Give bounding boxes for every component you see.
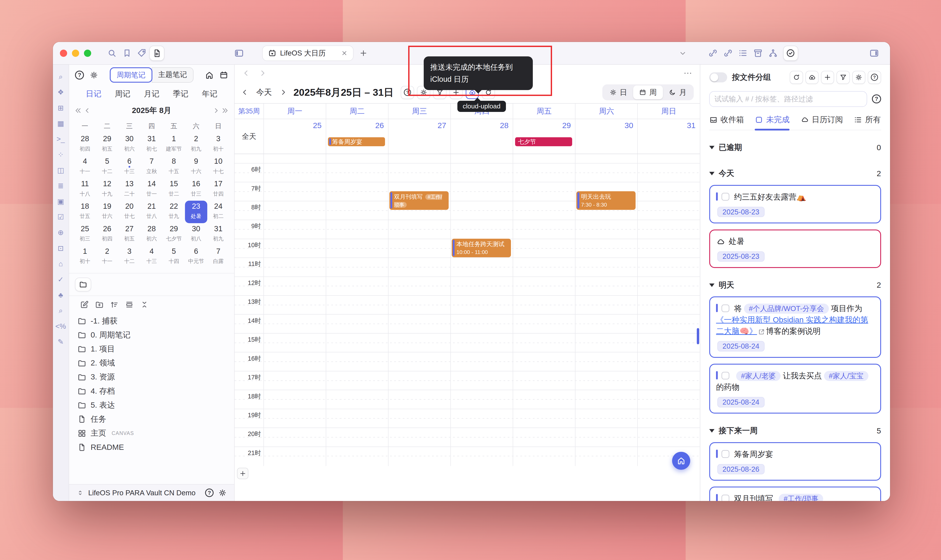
tasks-icon[interactable]: ☑: [54, 210, 68, 225]
mini-calendar-day[interactable]: 30 初六: [118, 133, 140, 155]
section-next-week[interactable]: 接下来一周 5: [709, 426, 881, 436]
mini-calendar-day[interactable]: 26 初四: [96, 223, 118, 246]
task-filter-input[interactable]: [709, 91, 867, 107]
prev-week-icon[interactable]: [241, 88, 249, 96]
mini-calendar-day[interactable]: 14 廿一: [140, 178, 163, 201]
mini-calendar-day[interactable]: 13 二十: [118, 178, 140, 201]
mini-calendar-day[interactable]: 3 初十: [207, 133, 229, 155]
section-today[interactable]: 今天 2: [709, 168, 881, 179]
weekday-friday[interactable]: 周五: [513, 104, 575, 119]
mini-calendar-day[interactable]: 7 白露: [207, 246, 229, 268]
new-tab-button[interactable]: [356, 46, 371, 61]
mini-calendar-day[interactable]: 23 处暑: [185, 201, 207, 223]
home-icon[interactable]: ⌂: [54, 257, 68, 271]
time-row[interactable]: 6时: [235, 163, 700, 182]
add-task-button[interactable]: [821, 71, 834, 84]
bookmark-button[interactable]: [119, 46, 134, 61]
cloud-upload-button[interactable]: [805, 71, 819, 84]
more-icon[interactable]: [683, 68, 693, 78]
daily-calendar-icon[interactable]: ▦: [54, 116, 68, 131]
gear-icon[interactable]: [89, 71, 99, 80]
task-card-medicine[interactable]: #家人/老婆 让我去买点 #家人/宝宝 的药物 2025-08-24: [709, 364, 881, 414]
tab-inbox[interactable]: 收件箱: [709, 115, 744, 130]
close-window-button[interactable]: [60, 49, 67, 57]
random-note-icon[interactable]: ⁘: [54, 148, 68, 162]
file-explorer-tab-button[interactable]: [75, 278, 91, 291]
help-icon[interactable]: ?: [872, 94, 881, 103]
segment-topic-notes[interactable]: 主题笔记: [152, 67, 194, 82]
minimize-window-button[interactable]: [72, 49, 79, 57]
unfold-icon[interactable]: [125, 300, 134, 309]
time-row[interactable]: 17时: [235, 371, 700, 390]
tag-chip[interactable]: #工作/琐事: [779, 494, 823, 501]
templater-icon[interactable]: <%: [54, 319, 68, 334]
task-checkbox[interactable]: [721, 495, 729, 501]
all-day-cell[interactable]: 25: [263, 119, 326, 154]
layout-icon[interactable]: ◫: [54, 163, 68, 178]
mini-calendar-day[interactable]: 5 十二: [96, 155, 118, 178]
task-checkbox[interactable]: [721, 193, 729, 201]
mini-calendar-day[interactable]: 15 廿二: [163, 178, 185, 201]
mini-calendar-day[interactable]: 20 廿七: [118, 201, 140, 223]
tab-monthly[interactable]: 月记: [144, 89, 159, 99]
next-year-icon[interactable]: [221, 107, 229, 115]
life-icon[interactable]: ♣: [54, 288, 68, 302]
tab-yearly[interactable]: 年记: [202, 89, 217, 99]
mini-calendar-day[interactable]: 6 十三: [118, 155, 140, 178]
task-card-camping[interactable]: 约三五好友去露营⛺ 2025-08-23: [709, 185, 881, 223]
tasks-view-button[interactable]: [783, 46, 798, 61]
kanban-icon[interactable]: ≣: [54, 179, 68, 193]
close-icon[interactable]: [341, 50, 348, 56]
mini-calendar-day[interactable]: 2 初九: [185, 133, 207, 155]
segment-periodic-notes[interactable]: 周期笔记: [110, 67, 152, 82]
scrollbar-thumb[interactable]: [697, 328, 699, 344]
mini-calendar-day[interactable]: 16 廿三: [185, 178, 207, 201]
weekday-monday[interactable]: 周一: [263, 104, 326, 119]
view-month[interactable]: 月: [663, 85, 693, 99]
list-item[interactable]: 2. 领域: [77, 356, 234, 370]
date-chip[interactable]: 2025-08-24: [717, 397, 765, 407]
date-chip[interactable]: 2025-08-24: [717, 341, 765, 351]
calendar-check-icon[interactable]: ▣: [54, 194, 68, 209]
list-item[interactable]: 任务: [77, 412, 234, 426]
time-row[interactable]: 16时: [235, 352, 700, 371]
mini-calendar-day[interactable]: 27 初五: [118, 223, 140, 246]
mini-calendar-day[interactable]: 19 廿六: [96, 201, 118, 223]
new-note-icon[interactable]: [80, 300, 89, 309]
mini-calendar-day[interactable]: 4 十三: [140, 246, 163, 268]
mini-calendar-day[interactable]: 17 廿四: [207, 178, 229, 201]
right-sidebar-toggle[interactable]: [867, 46, 882, 61]
home-icon[interactable]: [205, 71, 214, 80]
tag-chip[interactable]: #个人品牌/WOT-分享会: [744, 304, 829, 314]
sync-button[interactable]: [790, 71, 803, 84]
tab-all[interactable]: 所有: [854, 115, 881, 130]
time-row[interactable]: 12时: [235, 277, 700, 295]
help-icon[interactable]: ?: [205, 489, 214, 497]
today-button[interactable]: 今天: [256, 87, 272, 98]
mini-calendar-day[interactable]: 12 十九: [96, 178, 118, 201]
time-row[interactable]: 20时: [235, 428, 700, 446]
section-overdue[interactable]: 已逾期 0: [709, 142, 881, 153]
weekday-tuesday[interactable]: 周二: [326, 104, 388, 119]
quill-icon[interactable]: ✎: [54, 335, 68, 349]
file-plus-icon[interactable]: ⊕: [54, 226, 68, 240]
new-folder-icon[interactable]: [95, 300, 104, 309]
sort-icon[interactable]: [110, 300, 119, 309]
task-checkbox[interactable]: [721, 372, 729, 380]
tags-button[interactable]: [134, 46, 149, 61]
date-chip[interactable]: 2025-08-26: [717, 464, 765, 474]
new-note-button[interactable]: [149, 46, 165, 61]
list-item[interactable]: 4. 存档: [77, 384, 234, 398]
list-item[interactable]: -1. 捕获: [77, 314, 234, 328]
weekday-sunday[interactable]: 周日: [637, 104, 700, 119]
list-item[interactable]: README: [77, 440, 234, 454]
time-row[interactable]: 21时: [235, 446, 700, 465]
mini-calendar-day[interactable]: 6 中元节: [185, 246, 207, 268]
time-row[interactable]: 11时: [235, 257, 700, 276]
mini-calendar-day[interactable]: 11 十八: [74, 178, 96, 201]
tag-chip[interactable]: #家人/老婆: [736, 371, 781, 381]
mini-calendar-day[interactable]: 30 初八: [185, 223, 207, 246]
mini-calendar-day[interactable]: 31 初九: [207, 223, 229, 246]
task-card-banquet[interactable]: 筹备周岁宴 2025-08-26: [709, 442, 881, 481]
scroll-to-now-button[interactable]: [672, 452, 690, 470]
